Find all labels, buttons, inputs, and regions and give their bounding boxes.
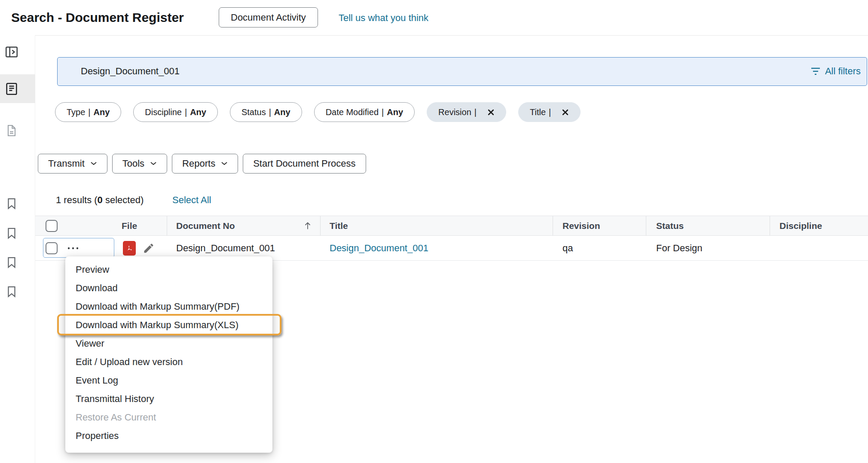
document-activity-button[interactable]: Document Activity [219, 7, 318, 27]
column-divider [320, 216, 321, 235]
search-input[interactable]: Design_Document_001 All filters [57, 57, 867, 86]
document-register-icon[interactable] [4, 82, 19, 96]
close-icon[interactable] [487, 109, 495, 116]
chip-separator: | [88, 107, 90, 117]
cell-title-link[interactable]: Design_Document_001 [330, 236, 428, 261]
chevron-down-icon [90, 161, 97, 166]
table-header: File Document No Title Revision Status D… [35, 216, 868, 236]
menu-item-viewer[interactable]: Viewer [65, 334, 272, 353]
page-title: Search - Document Register [11, 10, 184, 25]
chip-separator: | [269, 107, 271, 117]
column-divider [553, 216, 553, 235]
chip-value: Any [387, 107, 403, 117]
row-checkbox[interactable] [46, 242, 58, 254]
chip-name: Type [67, 107, 85, 117]
pdf-file-icon[interactable] [123, 241, 136, 256]
tools-button[interactable]: Tools [112, 154, 167, 174]
chevron-down-icon [150, 161, 157, 166]
column-header-file[interactable]: File [122, 216, 137, 235]
bookmark-icon[interactable] [4, 255, 19, 270]
filter-chip-status[interactable]: Status | Any [230, 102, 302, 122]
reports-label: Reports [182, 158, 215, 169]
column-divider [167, 216, 167, 235]
filter-chip-title[interactable]: Title | [518, 102, 581, 122]
menu-item-download-markup-xls[interactable]: Download with Markup Summary(XLS) [65, 316, 272, 334]
reports-button[interactable]: Reports [172, 154, 238, 174]
chip-name: Title [530, 107, 546, 117]
column-header-title[interactable]: Title [330, 216, 348, 235]
chip-value: Any [274, 107, 290, 117]
chip-name: Discipline [145, 107, 182, 117]
chip-value: Any [94, 107, 110, 117]
menu-item-preview[interactable]: Preview [65, 260, 272, 279]
bookmark-icon[interactable] [4, 196, 19, 211]
chip-separator: | [474, 107, 477, 117]
chip-separator: | [382, 107, 384, 117]
column-header-discipline[interactable]: Discipline [779, 216, 822, 235]
chip-separator: | [185, 107, 187, 117]
row-context-menu: Preview Download Download with Markup Su… [65, 256, 272, 453]
cell-revision: qa [562, 236, 573, 261]
tools-label: Tools [122, 158, 144, 169]
expand-panel-icon[interactable] [4, 45, 19, 59]
select-all-checkbox[interactable] [46, 220, 58, 232]
select-all-link[interactable]: Select All [172, 194, 211, 206]
feedback-link[interactable]: Tell us what you think [339, 12, 428, 24]
filter-chip-type[interactable]: Type | Any [55, 102, 121, 122]
filter-icon [810, 67, 821, 76]
column-divider [770, 216, 770, 235]
column-header-status[interactable]: Status [656, 216, 684, 235]
column-header-document-no[interactable]: Document No [176, 216, 235, 235]
filter-chip-date-modified[interactable]: Date Modified | Any [314, 102, 415, 122]
column-divider [646, 216, 646, 235]
document-file-icon[interactable] [4, 123, 19, 138]
bookmark-icon[interactable] [4, 226, 19, 241]
column-header-revision[interactable]: Revision [562, 216, 600, 235]
filter-chip-revision[interactable]: Revision | [427, 102, 506, 122]
selected-count: 0 [98, 195, 103, 205]
start-document-process-button[interactable]: Start Document Process [243, 154, 366, 174]
menu-item-properties[interactable]: Properties [65, 426, 272, 445]
menu-item-download[interactable]: Download [65, 279, 272, 297]
document-register-page: Search - Document Register Document Acti… [0, 0, 868, 463]
bookmark-icon[interactable] [4, 284, 19, 299]
filter-chips-row: Type | Any Discipline | Any Status | Any… [55, 102, 581, 122]
chip-name: Revision [438, 107, 471, 117]
chip-separator: | [549, 107, 551, 117]
all-filters-label: All filters [825, 66, 861, 77]
start-document-process-label: Start Document Process [253, 158, 355, 169]
all-filters-button[interactable]: All filters [810, 58, 861, 85]
chip-name: Date Modified [326, 107, 379, 117]
menu-item-download-markup-pdf[interactable]: Download with Markup Summary(PDF) [65, 297, 272, 316]
chevron-down-icon [221, 161, 228, 166]
sort-ascending-icon[interactable] [303, 221, 312, 232]
menu-item-transmittal-history[interactable]: Transmittal History [65, 390, 272, 408]
chip-name: Status [241, 107, 266, 117]
menu-item-restore-as-current: Restore As Current [65, 408, 272, 426]
search-query-text: Design_Document_001 [81, 58, 180, 85]
transmit-button[interactable]: Transmit [38, 154, 107, 174]
actions-toolbar: Transmit Tools Reports Start Document Pr… [38, 154, 366, 174]
transmit-label: Transmit [48, 158, 85, 169]
ellipsis-icon [67, 247, 79, 250]
left-sidebar [0, 35, 35, 463]
menu-item-edit-upload-new-version[interactable]: Edit / Upload new version [65, 353, 272, 371]
edit-pencil-icon[interactable] [143, 242, 155, 256]
results-count: 1 results (0 selected) [56, 194, 144, 206]
cell-status: For Design [656, 236, 703, 261]
filter-chip-discipline[interactable]: Discipline | Any [133, 102, 218, 122]
close-icon[interactable] [562, 109, 569, 116]
document-activity-label: Document Activity [231, 12, 306, 23]
more-actions-button[interactable] [66, 243, 80, 253]
header-divider [35, 35, 868, 36]
menu-item-event-log[interactable]: Event Log [65, 371, 272, 390]
chip-value: Any [190, 107, 206, 117]
